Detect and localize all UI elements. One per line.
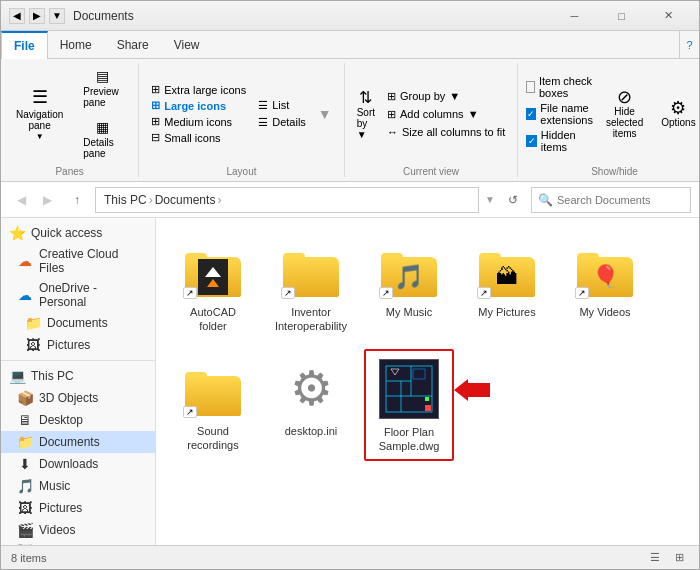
sidebar-item-3d-objects[interactable]: 📦 3D Objects [1,387,155,409]
back-button[interactable]: ◀ [9,188,33,212]
item-count: 8 items [11,552,46,564]
refresh-button[interactable]: ↺ [501,188,525,212]
quick-access-icon: ⭐ [9,225,25,241]
sidebar-item-quick-access[interactable]: ⭐ Quick access [1,222,155,244]
preview-pane-button[interactable]: ▤ Preview pane [74,63,130,113]
group-by-button[interactable]: ⊞ Group by ▼ [383,89,509,104]
list-item[interactable]: 🎵 ↗ My Music [364,230,454,341]
path-documents[interactable]: Documents [155,193,216,207]
ribbon-content: ☰ Navigation pane ▼ ▤ Preview pane ▦ Det… [1,59,699,181]
small-icons-btn[interactable]: ⊟ Small icons [147,130,250,145]
layout-options-2: ☰ List ☰ Details [254,98,310,130]
status-bar: 8 items ☰ ⊞ [1,545,699,569]
list-item[interactable]: 🎈 ↗ My Videos [560,230,650,341]
list-item[interactable]: ↗ AutoCAD folder [168,230,258,341]
large-icons-btn[interactable]: ⊞ Large icons [147,98,250,113]
title-bar-back-icon[interactable]: ◀ [9,8,25,24]
add-columns-icon: ⊞ [387,108,396,121]
add-columns-button[interactable]: ⊞ Add columns ▼ [383,107,509,122]
title-bar-icons: ◀ ▶ ▼ [9,8,65,24]
details-icon: ▦ [96,119,109,135]
ribbon: File Home Share View ? ☰ Navigation pane… [1,31,699,182]
list-item[interactable]: 🏔 ↗ My Pictures [462,230,552,341]
size-all-button[interactable]: ↔ Size all columns to fit [383,125,509,139]
item-check-boxes-checkbox[interactable] [526,81,535,93]
sidebar-item-desktop[interactable]: 🖥 Desktop [1,409,155,431]
title-bar-down-icon[interactable]: ▼ [49,8,65,24]
hidden-items-option[interactable]: ✓ Hidden items [526,129,595,153]
file-name-extensions-checkbox[interactable]: ✓ [526,108,536,120]
sidebar-item-this-pc[interactable]: 💻 This PC [1,365,155,387]
sidebar-item-onedrive[interactable]: ☁ OneDrive - Personal [1,278,155,312]
title-bar-forward-icon[interactable]: ▶ [29,8,45,24]
show-hide-items: Item check boxes ✓ File name extensions … [526,63,700,164]
sidebar-item-pictures2[interactable]: 🖼 Pictures [1,497,155,519]
pane-buttons: ▤ Preview pane ▦ Details pane [74,63,130,164]
sidebar-item-documents[interactable]: 📁 Documents [1,312,155,334]
search-box[interactable]: 🔍 [531,187,691,213]
details-view-button[interactable]: ☰ [645,549,665,567]
my-pictures-folder-icon: 🏔 ↗ [475,237,539,301]
address-path[interactable]: This PC › Documents › [95,187,479,213]
3d-objects-icon: 📦 [17,390,33,406]
svg-rect-8 [425,405,431,411]
maximize-button[interactable]: □ [599,2,644,30]
large-icons-view-button[interactable]: ⊞ [669,549,689,567]
pictures-label-1: Pictures [47,338,90,352]
quick-access-label: Quick access [31,226,102,240]
onedrive-icon: ☁ [17,287,33,303]
ribbon-group-current-view: ⇅ Sort by ▼ ⊞ Group by ▼ ⊞ Add columns [353,63,519,177]
list-item[interactable]: ↗ Sound recordings [168,349,258,462]
options-icon: ⚙ [670,99,686,117]
add-columns-arrow: ▼ [468,108,479,120]
pictures-icon-2: 🖼 [17,500,33,516]
path-this-pc[interactable]: This PC [104,193,147,207]
downloads-icon: ⬇ [17,456,33,472]
details-btn[interactable]: ☰ Details [254,115,310,130]
options-button[interactable]: ⚙ Options [654,96,700,131]
search-input[interactable] [557,194,695,206]
sidebar-item-videos[interactable]: 🎬 Videos [1,519,155,541]
downloads-label: Downloads [39,457,98,471]
list-item[interactable]: ↗ Inventor Interoperability [266,230,356,341]
tab-home[interactable]: Home [48,31,105,59]
hidden-items-checkbox[interactable]: ✓ [526,135,536,147]
tab-share[interactable]: Share [105,31,162,59]
tab-view[interactable]: View [162,31,213,59]
group-by-icon: ⊞ [387,90,396,103]
layout-dropdown[interactable]: ▼ [314,106,336,122]
minimize-button[interactable]: ─ [552,2,597,30]
sort-by-button[interactable]: ⇅ Sort by ▼ [353,86,379,142]
file-name-extensions-option[interactable]: ✓ File name extensions [526,102,595,126]
close-button[interactable]: ✕ [646,2,691,30]
sidebar-item-downloads[interactable]: ⬇ Downloads [1,453,155,475]
tab-file[interactable]: File [1,31,48,59]
list-btn[interactable]: ☰ List [254,98,293,113]
extra-large-icons-btn[interactable]: ⊞ Extra large icons [147,82,250,97]
view-options: ⊞ Group by ▼ ⊞ Add columns ▼ ↔ Size all … [383,89,509,139]
ribbon-group-panes: ☰ Navigation pane ▼ ▤ Preview pane ▦ Det… [9,63,139,177]
sidebar-item-creative-cloud[interactable]: ☁ Creative Cloud Files [1,244,155,278]
my-videos-folder-icon: 🎈 ↗ [573,237,637,301]
list-item[interactable]: Floor Plan Sample.dwg [364,349,454,462]
sidebar-item-documents2[interactable]: 📁 Documents [1,431,155,453]
up-button[interactable]: ↑ [65,188,89,212]
layout-items: ⊞ Extra large icons ⊞ Large icons ⊞ Medi… [147,63,335,164]
sort-icon: ⇅ [359,88,372,107]
path-sep-2: › [217,193,221,207]
list-item[interactable]: ⚙ desktop.ini [266,349,356,462]
help-button[interactable]: ? [679,31,699,58]
sidebar-item-music[interactable]: 🎵 Music [1,475,155,497]
path-expand-arrow[interactable]: ▼ [485,194,495,205]
sidebar-item-pictures[interactable]: 🖼 Pictures [1,334,155,356]
medium-icons-btn[interactable]: ⊞ Medium icons [147,114,250,129]
hide-selected-button[interactable]: ⊘ Hide selected items [599,85,650,142]
size-all-icon: ↔ [387,126,398,138]
forward-button[interactable]: ▶ [35,188,59,212]
item-check-boxes-option[interactable]: Item check boxes [526,75,595,99]
my-music-label: My Music [386,305,432,319]
navigation-pane-button[interactable]: ☰ Navigation pane ▼ [9,83,70,144]
desktop-ini-label: desktop.ini [285,424,338,438]
title-bar: ◀ ▶ ▼ Documents ─ □ ✕ [1,1,699,31]
details-pane-button[interactable]: ▦ Details pane [74,114,130,164]
